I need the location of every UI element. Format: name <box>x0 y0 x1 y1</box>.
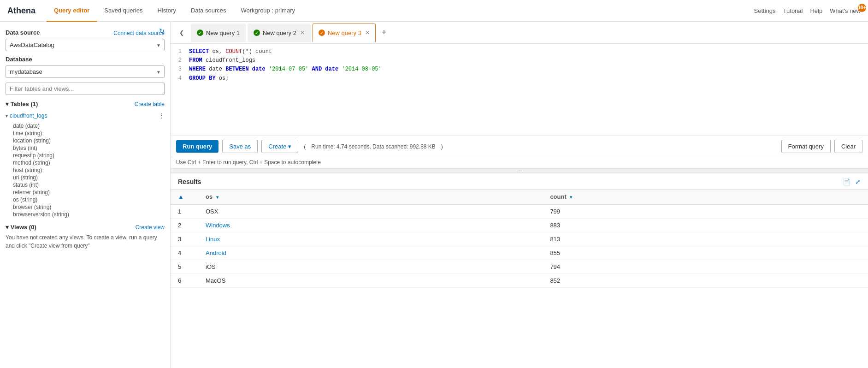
col-requestip: requestip (string) <box>13 152 165 159</box>
results-header: Results 📄 ⤢ <box>171 173 868 190</box>
save-as-button[interactable]: Save as <box>222 140 258 153</box>
create-dropdown-button[interactable]: Create ▾ <box>261 140 298 153</box>
datasource-row: Data source Connect data source <box>6 27 165 39</box>
table-row: 4Android855 <box>171 246 868 260</box>
result-row-os: MacOS <box>198 274 543 288</box>
database-select[interactable]: mydatabase <box>6 65 165 78</box>
os-sort-icon: ▾ <box>216 195 218 200</box>
result-row-os[interactable]: Android <box>198 246 543 260</box>
tab3-close-button[interactable]: ✕ <box>365 30 370 36</box>
result-row-os: iOS <box>198 260 543 274</box>
run-query-button[interactable]: Run query <box>176 140 218 153</box>
tab1-label: New query 1 <box>206 30 240 36</box>
col-host: host (string) <box>13 166 165 174</box>
editor-toolbar: Run query Save as Create ▾ ( Run time: 4… <box>171 136 868 157</box>
collapse-sidebar-button[interactable]: ❮ <box>176 22 187 43</box>
results-title: Results <box>178 178 201 185</box>
code-line-4: GROUP BY os; <box>189 74 862 83</box>
clear-button[interactable]: Clear <box>834 140 862 153</box>
database-select-wrapper: mydatabase ▼ <box>6 65 165 78</box>
refresh-sidebar-button[interactable]: ↻ <box>159 27 165 35</box>
run-info-text: ( <box>304 143 306 150</box>
connect-data-source-link[interactable]: Connect data source <box>113 30 165 36</box>
run-info-close: ) <box>441 143 443 150</box>
nav-whats-new[interactable]: What's new 10+ <box>830 7 861 14</box>
views-label: ▾ Views (0) <box>6 224 36 231</box>
query-tab-2[interactable]: ✓ New query 2 ✕ <box>248 24 311 42</box>
col-header-rownum: ▲ <box>171 190 198 204</box>
result-row-os[interactable]: Windows <box>198 219 543 232</box>
nav-query-editor[interactable]: Query editor <box>47 0 97 22</box>
result-row-num: 4 <box>171 246 198 260</box>
col-browser: browser (string) <box>13 203 165 211</box>
result-row-os[interactable]: Linux <box>198 232 543 246</box>
new-tab-button[interactable]: + <box>378 26 390 39</box>
table-row: 1OSX799 <box>171 204 868 219</box>
resize-handle[interactable]: ⋯ <box>171 168 868 173</box>
toolbar-right: Format query Clear <box>781 140 862 153</box>
query-tab-1[interactable]: ✓ New query 1 <box>191 24 246 42</box>
result-row-num: 3 <box>171 232 198 246</box>
editor-wrapper: 1 2 3 4 SELECT os, COUNT(*) count FROM c… <box>171 44 868 136</box>
nav-data-sources[interactable]: Data sources <box>183 0 234 22</box>
table-header-row: ▲ os ▾ count ▾ <box>171 190 868 204</box>
nav-tutorial[interactable]: Tutorial <box>783 7 803 14</box>
tab2-close-button[interactable]: ✕ <box>300 30 305 36</box>
brand-logo: Athena <box>7 6 35 16</box>
col-header-count[interactable]: count ▾ <box>543 190 868 204</box>
expand-results-button[interactable]: ⤢ <box>855 178 861 185</box>
sort-up-icon[interactable]: ▲ <box>178 193 184 200</box>
keyboard-hint-text: Use Ctrl + Enter to run query, Ctrl + Sp… <box>171 157 868 168</box>
main-layout: ↻ Data source Connect data source AwsDat… <box>0 22 868 368</box>
col-header-os[interactable]: os ▾ <box>198 190 543 204</box>
data-source-select[interactable]: AwsDataCatalog <box>6 39 165 51</box>
nav-history[interactable]: History <box>150 0 183 22</box>
col-os: os (string) <box>13 196 165 203</box>
create-table-link[interactable]: Create table <box>135 101 165 107</box>
table-name-cloudfront: ▾ cloudfront_logs <box>6 113 47 119</box>
data-source-label: Data source <box>6 29 40 36</box>
tables-label: ▾ Tables (1) <box>6 101 38 107</box>
whats-new-badge-count: 10+ <box>858 4 866 12</box>
table-row: 5iOS794 <box>171 260 868 274</box>
database-label: Database <box>6 56 165 63</box>
col-location: location (string) <box>13 137 165 144</box>
nav-help[interactable]: Help <box>810 7 822 14</box>
views-header: ▾ Views (0) Create view <box>6 224 165 231</box>
table-item-cloudfront[interactable]: ▾ cloudfront_logs ⋮ <box>6 111 165 120</box>
result-row-count: 813 <box>543 232 868 246</box>
table-menu-icon[interactable]: ⋮ <box>158 112 165 119</box>
tab1-status-icon: ✓ <box>197 30 203 36</box>
filter-tables-input[interactable] <box>6 83 165 95</box>
col-time: time (string) <box>13 130 165 137</box>
nav-settings[interactable]: Settings <box>754 7 776 14</box>
content-area: ❮ ✓ New query 1 ✓ New query 2 ✕ ✓ New qu… <box>171 22 868 368</box>
create-dropdown-arrow-icon: ▾ <box>288 143 291 150</box>
col-method: method (string) <box>13 159 165 166</box>
nav-links: Query editor Saved queries History Data … <box>47 0 754 22</box>
result-row-num: 1 <box>171 204 198 219</box>
code-line-1: SELECT os, COUNT(*) count <box>189 47 862 56</box>
query-tabs-area: ❮ ✓ New query 1 ✓ New query 2 ✕ ✓ New qu… <box>171 22 868 44</box>
query-tab-3[interactable]: ✓ New query 3 ✕ <box>313 24 376 42</box>
result-row-num: 6 <box>171 274 198 288</box>
tables-header: ▾ Tables (1) Create table <box>6 101 165 107</box>
download-results-button[interactable]: 📄 <box>843 178 850 185</box>
tab3-status-icon: ✓ <box>319 30 325 36</box>
nav-workgroup[interactable]: Workgroup : primary <box>233 0 302 22</box>
code-line-2: FROM cloudfront_logs <box>189 56 862 65</box>
code-editor[interactable]: 1 2 3 4 SELECT os, COUNT(*) count FROM c… <box>171 44 868 127</box>
data-source-select-wrapper: AwsDataCatalog ▼ <box>6 39 165 51</box>
create-view-link[interactable]: Create view <box>136 224 165 231</box>
col-status: status (int) <box>13 181 165 189</box>
format-query-button[interactable]: Format query <box>781 140 831 153</box>
table-row: 3Linux813 <box>171 232 868 246</box>
results-tbody: 1OSX7992Windows8833Linux8134Android8555i… <box>171 204 868 288</box>
result-row-os: OSX <box>198 204 543 219</box>
query-tabs: ✓ New query 1 ✓ New query 2 ✕ ✓ New quer… <box>191 24 862 42</box>
sidebar: ↻ Data source Connect data source AwsDat… <box>0 22 171 368</box>
col-browserversion: browserversion (string) <box>13 211 165 218</box>
nav-saved-queries[interactable]: Saved queries <box>97 0 150 22</box>
views-empty-text: You have not created any views. To creat… <box>6 233 165 250</box>
col-bytes: bytes (int) <box>13 144 165 152</box>
